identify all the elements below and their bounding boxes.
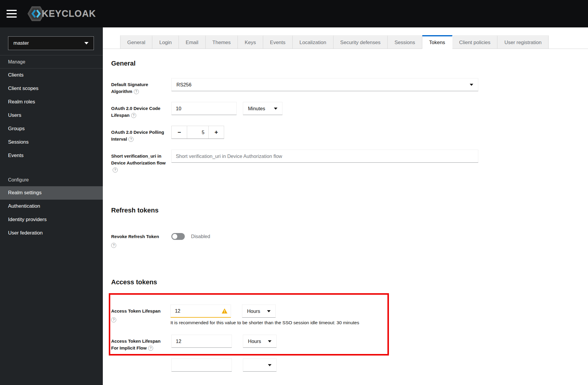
sidebar-item-groups[interactable]: Groups — [0, 122, 103, 136]
access-token-lifespan-implicit-input[interactable] — [171, 335, 232, 348]
access-token-lifespan-implicit-unit-select[interactable]: Hours — [243, 335, 277, 348]
annotation-red-box: Access Token Lifespan Hours — [109, 293, 389, 355]
tokens-form: General Default Signature Algorithm RS25… — [103, 60, 588, 372]
chevron-down-icon — [267, 310, 271, 312]
section-title-general: General — [111, 60, 588, 67]
device-code-lifespan-unit-select[interactable]: Minutes — [243, 102, 283, 115]
main-content: General Login Email Themes Keys Events L… — [103, 27, 588, 385]
tab-client-policies[interactable]: Client policies — [452, 35, 498, 49]
tab-security-defenses[interactable]: Security defenses — [333, 35, 388, 49]
brand-text: KEYCLOAK — [42, 8, 96, 19]
chevron-down-icon — [268, 364, 271, 366]
field-access-token-lifespan: Access Token Lifespan Hours — [111, 305, 387, 325]
field-label: Access Token Lifespan — [111, 308, 161, 313]
field-revoke-refresh-token: Revoke Refresh Token Disabled — [111, 233, 588, 249]
chevron-down-icon — [274, 108, 277, 110]
field-label: Revoke Refresh Token — [111, 234, 159, 239]
selected-value: Minutes — [248, 106, 265, 111]
tab-sessions[interactable]: Sessions — [388, 35, 422, 49]
help-icon[interactable] — [111, 243, 116, 248]
tab-localization[interactable]: Localization — [293, 35, 333, 49]
sidebar-item-identity-providers[interactable]: Identity providers — [0, 213, 103, 226]
tab-tokens[interactable]: Tokens — [422, 35, 452, 49]
sidebar-item-authentication[interactable]: Authentication — [0, 200, 103, 213]
field-access-token-lifespan-implicit: Access Token Lifespan For Implicit Flow … — [111, 335, 387, 351]
toggle-knob — [172, 234, 177, 239]
field-short-verification-uri: Short verification_uri in Device Authori… — [111, 150, 588, 173]
section-title-refresh-tokens: Refresh tokens — [111, 207, 588, 214]
tab-general[interactable]: General — [120, 35, 152, 49]
field-device-polling-interval: OAuth 2.0 Device Polling Interval − 5 + — [111, 126, 588, 142]
sidebar-item-events[interactable]: Events — [0, 149, 103, 162]
keycloak-logo: KEYCLOAK — [27, 6, 96, 21]
selected-value: Hours — [247, 308, 260, 314]
warning-icon — [222, 308, 227, 313]
chevron-down-icon — [470, 84, 473, 86]
section-title-access-tokens: Access tokens — [111, 278, 588, 286]
sidebar-item-user-federation[interactable]: User federation — [0, 226, 103, 240]
device-code-lifespan-input[interactable] — [171, 102, 237, 115]
help-icon[interactable] — [113, 167, 118, 173]
warning-helper-text: It is recommended for this value to be s… — [170, 320, 387, 325]
field-default-signature-algorithm: Default Signature Algorithm RS256 — [111, 78, 588, 95]
realm-name: master — [13, 40, 29, 46]
sidebar-item-sessions[interactable]: Sessions — [0, 136, 103, 149]
help-icon[interactable] — [111, 317, 116, 322]
field-label: Default Signature Algorithm — [111, 82, 148, 94]
nav-section-configure: Configure — [0, 173, 103, 186]
sidebar: master Manage Clients Client scopes Real… — [0, 27, 103, 385]
selected-value: RS256 — [176, 82, 191, 88]
sidebar-item-clients[interactable]: Clients — [0, 69, 103, 82]
sidebar-item-realm-roles[interactable]: Realm roles — [0, 95, 103, 109]
cutoff-unit-select[interactable] — [243, 358, 277, 372]
realm-selector[interactable]: master — [8, 36, 94, 50]
chevron-down-icon — [268, 340, 271, 342]
help-icon[interactable] — [148, 346, 153, 351]
sidebar-item-users[interactable]: Users — [0, 109, 103, 122]
help-icon[interactable] — [131, 113, 136, 118]
sidebar-item-realm-settings[interactable]: Realm settings — [0, 186, 103, 200]
hamburger-menu-icon[interactable] — [7, 10, 17, 18]
selected-value: Hours — [248, 339, 261, 344]
access-token-lifespan-unit-select[interactable]: Hours — [242, 305, 276, 318]
tab-login[interactable]: Login — [152, 35, 179, 49]
short-verification-uri-input[interactable] — [171, 150, 478, 163]
sidebar-item-client-scopes[interactable]: Client scopes — [0, 82, 103, 95]
help-icon[interactable] — [134, 89, 139, 94]
default-signature-algorithm-select[interactable]: RS256 — [171, 78, 478, 91]
field-device-code-lifespan: OAuth 2.0 Device Code Lifespan Minutes — [111, 102, 588, 119]
tab-keys[interactable]: Keys — [238, 35, 263, 49]
revoke-refresh-token-toggle[interactable] — [171, 233, 185, 240]
chevron-down-icon — [84, 42, 89, 44]
tab-themes[interactable]: Themes — [206, 35, 238, 49]
help-icon[interactable] — [128, 137, 134, 142]
device-polling-stepper: − 5 + — [171, 126, 224, 139]
tab-email[interactable]: Email — [179, 35, 206, 49]
cutoff-input[interactable] — [171, 358, 232, 372]
tab-events[interactable]: Events — [263, 35, 293, 49]
minus-button[interactable]: − — [172, 126, 187, 139]
plus-button[interactable]: + — [208, 126, 224, 139]
masthead: KEYCLOAK — [0, 0, 588, 27]
field-label: Short verification_uri in Device Authori… — [111, 153, 166, 165]
tab-bar: General Login Email Themes Keys Events L… — [103, 35, 588, 49]
toggle-state-label: Disabled — [191, 233, 210, 240]
field-label: OAuth 2.0 Device Polling Interval — [111, 130, 164, 142]
nav-section-manage: Manage — [0, 55, 103, 68]
field-cutoff — [111, 358, 588, 372]
tab-user-registration[interactable]: User registration — [497, 35, 549, 49]
stepper-value[interactable]: 5 — [187, 126, 208, 139]
